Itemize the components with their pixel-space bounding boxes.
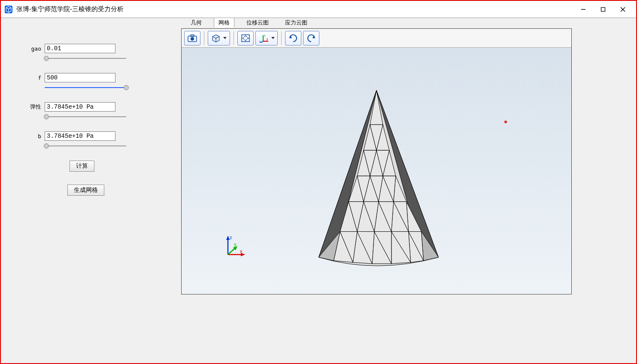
svg-text:y: y — [267, 37, 268, 41]
app-icon — [4, 5, 13, 14]
label-f: f — [14, 75, 45, 81]
close-button[interactable] — [613, 3, 633, 16]
titlebar: 张博-集宁师范学院-三棱锥的受力分析 — [1, 1, 636, 18]
tab-mesh[interactable]: 网格 — [214, 18, 234, 27]
slider-elasticity[interactable] — [45, 114, 126, 119]
svg-text:z: z — [264, 34, 266, 37]
label-gao: gao — [14, 46, 45, 52]
slider-gao[interactable] — [45, 56, 126, 61]
compute-button[interactable]: 计算 — [70, 161, 94, 172]
generate-mesh-button[interactable]: 生成网格 — [67, 185, 104, 196]
chevron-down-icon — [271, 37, 275, 39]
marker-point — [504, 121, 507, 123]
tab-stress[interactable]: 应力云图 — [281, 18, 312, 27]
slider-b[interactable] — [45, 143, 126, 149]
svg-text:x: x — [259, 40, 261, 43]
axis-z-label: z — [230, 235, 232, 240]
input-b[interactable] — [45, 131, 115, 141]
svg-rect-6 — [191, 35, 194, 36]
content: gao f 弹性 b 计算 — [1, 18, 636, 363]
svg-rect-2 — [601, 7, 605, 11]
viewport-3d[interactable]: z x y — [182, 48, 571, 294]
viewport-toolbar: z y x — [182, 29, 571, 48]
rotate-cw-icon — [288, 33, 299, 43]
rotate-ccw-button[interactable] — [303, 31, 319, 46]
input-f[interactable] — [45, 73, 115, 82]
toolbar-separator — [204, 31, 204, 45]
camera-icon — [187, 34, 197, 42]
axis-x-label: x — [240, 249, 243, 254]
param-b: b — [14, 131, 168, 141]
window-title: 张博-集宁师范学院-三棱锥的受力分析 — [16, 5, 573, 13]
input-elasticity[interactable] — [45, 102, 115, 112]
fit-icon — [240, 33, 251, 43]
window-controls — [573, 3, 633, 16]
fit-view-button[interactable] — [237, 31, 254, 46]
sidebar: gao f 弹性 b 计算 — [1, 18, 181, 363]
svg-marker-16 — [226, 236, 230, 240]
viewport-frame: z y x — [181, 28, 572, 294]
label-elasticity: 弹性 — [14, 103, 45, 111]
tab-displacement[interactable]: 位移云图 — [242, 18, 273, 27]
axis-triad: z x y — [220, 234, 246, 260]
param-gao: gao — [14, 44, 168, 53]
svg-point-7 — [191, 37, 194, 40]
toolbar-separator — [234, 31, 234, 45]
toolbar-separator — [281, 31, 282, 45]
maximize-button[interactable] — [593, 3, 613, 16]
cube-icon — [211, 33, 221, 43]
tabs: 几何 网格 位移云图 应力云图 — [181, 18, 636, 28]
label-b: b — [14, 133, 45, 140]
rotate-cw-button[interactable] — [285, 31, 301, 46]
axes-icon: z y x — [259, 33, 269, 43]
param-f: f — [14, 73, 168, 82]
main: 几何 网格 位移云图 应力云图 — [181, 18, 636, 363]
input-gao[interactable] — [45, 44, 115, 53]
chevron-down-icon — [223, 37, 227, 39]
axis-y-label: y — [234, 242, 237, 247]
slider-f[interactable] — [45, 85, 126, 90]
tab-geometry[interactable]: 几何 — [186, 18, 206, 27]
minimize-button[interactable] — [573, 3, 593, 16]
view-cube-button[interactable] — [208, 31, 230, 46]
axes-orient-button[interactable]: z y x — [255, 31, 278, 46]
param-elasticity: 弹性 — [14, 102, 168, 112]
rotate-ccw-icon — [306, 33, 317, 43]
screenshot-button[interactable] — [184, 31, 200, 46]
